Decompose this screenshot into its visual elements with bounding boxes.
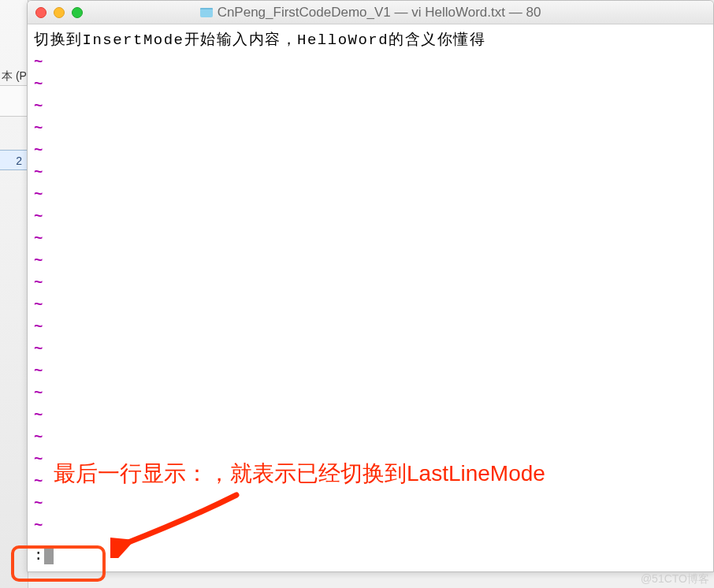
cursor-block-icon [44, 547, 54, 564]
close-icon[interactable] [35, 7, 46, 18]
tilde-line: ~ [34, 73, 707, 95]
tilde-line: ~ [34, 272, 707, 294]
tilde-line: ~ [34, 382, 707, 404]
bg-label: 本 (P [2, 69, 27, 84]
tilde-line: ~ [34, 338, 707, 360]
annotation-text: 最后一行显示：，就表示已经切换到LastLineMode [54, 459, 545, 489]
tilde-line: ~ [34, 51, 707, 73]
window-title: CnPeng_FirstCodeDemo_V1 — vi HelloWord.t… [28, 5, 713, 20]
tilde-line: ~ [34, 140, 707, 162]
tilde-line: ~ [34, 117, 707, 140]
tilde-line: ~ [34, 95, 707, 117]
background-sidebar: 本 (P 2 [0, 0, 28, 588]
bg-row-number: 2 [0, 150, 28, 170]
editor-area[interactable]: 切换到InsertMode开始输入内容，HelloWord的含义你懂得 ~~~~… [28, 24, 713, 571]
tilde-line: ~ [34, 206, 707, 228]
tilde-line: ~ [34, 426, 707, 448]
folder-icon [200, 8, 213, 17]
tilde-line: ~ [34, 250, 707, 272]
maximize-icon[interactable] [72, 7, 83, 18]
command-line[interactable]: : [34, 545, 54, 567]
content-line: 切换到InsertMode开始输入内容，HelloWord的含义你懂得 [34, 29, 707, 51]
tilde-line: ~ [34, 404, 707, 426]
tilde-line: ~ [34, 294, 707, 316]
tilde-line: ~ [34, 316, 707, 338]
minimize-icon[interactable] [54, 7, 65, 18]
titlebar[interactable]: CnPeng_FirstCodeDemo_V1 — vi HelloWord.t… [28, 1, 713, 24]
tilde-line: ~ [34, 493, 707, 515]
tilde-line: ~ [34, 228, 707, 250]
traffic-lights [35, 7, 83, 18]
bg-tab [0, 85, 28, 117]
command-prompt: : [34, 545, 43, 567]
window-title-text: CnPeng_FirstCodeDemo_V1 — vi HelloWord.t… [218, 5, 541, 20]
watermark: @51CTO博客 [641, 572, 709, 586]
tilde-line: ~ [34, 360, 707, 382]
tilde-line: ~ [34, 184, 707, 206]
tilde-line: ~ [34, 162, 707, 184]
tilde-line: ~ [34, 515, 707, 537]
